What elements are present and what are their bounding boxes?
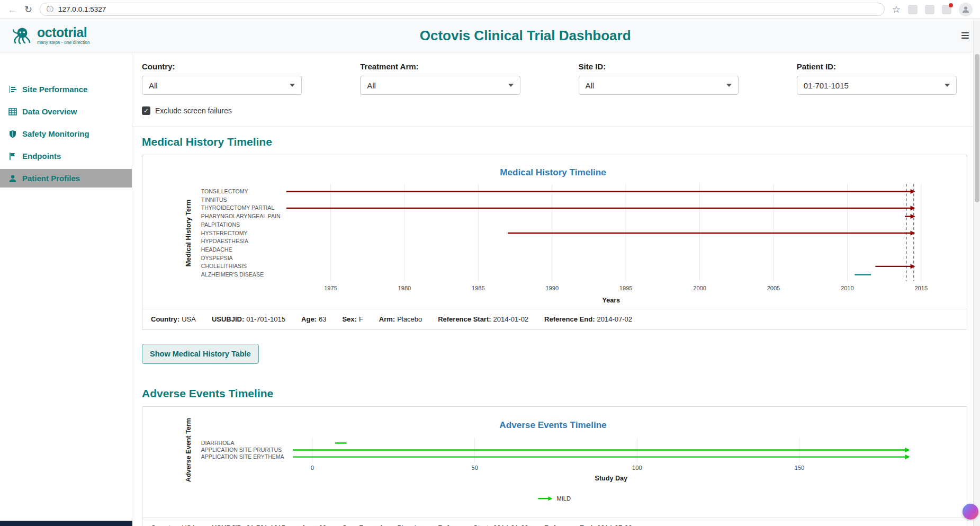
filters-row: Country: All Treatment Arm: All Site ID:… xyxy=(142,62,967,95)
notification-dot xyxy=(949,3,953,7)
treatment-arm-select[interactable]: All xyxy=(360,76,520,95)
patient-arm: Arm:Placebo xyxy=(379,524,422,526)
chevron-down-icon xyxy=(945,84,950,87)
patient-ref-end-value: 2014-07-02 xyxy=(597,315,632,323)
medical-history-panel: 197519801985199019952000200520102015Medi… xyxy=(142,155,967,330)
patient-usubjid-label: USUBJID: xyxy=(212,315,244,323)
patient-arm-label: Arm: xyxy=(379,315,395,323)
patient-arm-label: Arm: xyxy=(379,524,395,526)
content: Site Performance Data Overview Safety Mo… xyxy=(0,52,980,526)
sidebar-item-patient-profiles[interactable]: Patient Profiles xyxy=(0,169,132,188)
exclude-screen-failures-checkbox[interactable]: ✓ xyxy=(142,106,150,115)
svg-text:APPLICATION SITE PRURITUS: APPLICATION SITE PRURITUS xyxy=(201,447,282,453)
person-icon xyxy=(961,5,970,14)
patient-info-row: Country:USA USUBJID:01-701-1015 Age:63 S… xyxy=(142,518,967,526)
patient-age: Age:63 xyxy=(301,315,326,323)
sidebar-item-data-overview[interactable]: Data Overview xyxy=(0,102,132,121)
svg-text:DIARRHOEA: DIARRHOEA xyxy=(201,440,235,446)
patient-arm-value: Placebo xyxy=(397,315,422,323)
page: { "browser": { "url": "127.0.0.1:5327", … xyxy=(0,0,980,526)
chevron-down-icon xyxy=(508,84,514,87)
svg-text:TONSILLECTOMY: TONSILLECTOMY xyxy=(201,188,248,194)
sidebar-item-label: Patient Profiles xyxy=(22,174,80,183)
patient-country: Country:USA xyxy=(151,524,196,526)
chart-icon xyxy=(8,85,17,94)
patient-country-value: USA xyxy=(182,315,196,323)
patient-age-label: Age: xyxy=(301,315,317,323)
logo-tagline: many steps - one direction xyxy=(37,40,90,45)
sidebar-item-safety-monitoring[interactable]: Safety Monitoring xyxy=(0,124,132,143)
patient-sex-label: Sex: xyxy=(342,524,356,526)
country-select[interactable]: All xyxy=(142,76,302,95)
scrollbar-thumb[interactable] xyxy=(975,54,979,202)
bookmark-star-icon[interactable]: ☆ xyxy=(892,5,901,14)
patient-ref-start: Reference Start:2014-01-02 xyxy=(438,524,528,526)
site-id-select[interactable]: All xyxy=(579,76,739,95)
extension-icon[interactable] xyxy=(925,5,934,14)
svg-text:PHARYNGOLARYNGEAL PAIN: PHARYNGOLARYNGEAL PAIN xyxy=(201,213,281,219)
patient-sex-label: Sex: xyxy=(342,315,356,323)
site-id-label: Site ID: xyxy=(579,62,739,71)
patient-sex-value: F xyxy=(359,524,363,526)
browser-chrome: ← ↻ ⓘ 127.0.0.1:5327 ☆ xyxy=(0,0,980,19)
svg-text:1980: 1980 xyxy=(398,285,411,291)
svg-text:HYSTERECTOMY: HYSTERECTOMY xyxy=(201,230,248,236)
svg-text:2015: 2015 xyxy=(914,285,928,291)
svg-text:HYPOAESTHESIA: HYPOAESTHESIA xyxy=(201,238,249,244)
show-medical-history-table-button[interactable]: Show Medical History Table xyxy=(142,344,259,364)
info-icon[interactable]: ⓘ xyxy=(47,5,53,14)
svg-text:50: 50 xyxy=(472,465,478,471)
floating-extension-badge[interactable] xyxy=(963,504,978,520)
exclude-screen-failures-row: ✓ Exclude screen failures xyxy=(142,106,967,115)
svg-text:THYROIDECTOMY PARTIAL: THYROIDECTOMY PARTIAL xyxy=(201,204,274,211)
patient-usubjid: USUBJID:01-701-1015 xyxy=(212,315,285,323)
patient-info-row: Country:USA USUBJID:01-701-1015 Age:63 S… xyxy=(142,309,967,329)
patient-country: Country:USA xyxy=(151,315,196,323)
patient-ref-end: Reference End:2014-07-02 xyxy=(544,524,632,526)
svg-text:Study Day: Study Day xyxy=(595,475,628,482)
extension-icon[interactable] xyxy=(908,5,918,14)
svg-text:CHOLELITHIASIS: CHOLELITHIASIS xyxy=(201,263,247,269)
svg-text:TINNITUS: TINNITUS xyxy=(201,197,227,203)
patient-ref-start: Reference Start:2014-01-02 xyxy=(438,315,528,323)
sidebar: Site Performance Data Overview Safety Mo… xyxy=(0,52,132,526)
divider xyxy=(132,127,980,127)
patient-sex-value: F xyxy=(359,315,363,323)
patient-ref-end-value: 2014-07-02 xyxy=(597,524,632,526)
patient-age-value: 63 xyxy=(319,315,326,323)
hamburger-menu-icon[interactable]: ≡ xyxy=(961,28,969,43)
patient-usubjid-value: 01-701-1015 xyxy=(246,524,285,526)
back-icon[interactable]: ← xyxy=(7,5,17,14)
sidebar-item-endpoints[interactable]: Endpoints xyxy=(0,147,132,165)
adverse-events-chart[interactable]: 050100150Adverse Events TimelineDIARRHOE… xyxy=(142,407,967,518)
svg-text:1995: 1995 xyxy=(619,285,633,291)
profile-avatar[interactable] xyxy=(959,3,973,16)
patient-ref-start-label: Reference Start: xyxy=(438,524,491,526)
country-select-value: All xyxy=(149,81,158,90)
filter-site-id: Site ID: All xyxy=(579,62,739,95)
svg-text:Adverse Event Term: Adverse Event Term xyxy=(185,418,192,482)
svg-text:150: 150 xyxy=(795,465,804,471)
patient-usubjid-value: 01-701-1015 xyxy=(246,315,285,323)
patient-ref-start-value: 2014-01-02 xyxy=(493,315,529,323)
shield-icon xyxy=(8,130,17,138)
svg-text:Adverse Events Timeline: Adverse Events Timeline xyxy=(499,420,606,430)
svg-text:1990: 1990 xyxy=(545,285,559,291)
patient-ref-end-label: Reference End: xyxy=(544,524,595,526)
treatment-arm-label: Treatment Arm: xyxy=(360,62,520,71)
url-bar[interactable]: ⓘ 127.0.0.1:5327 xyxy=(40,3,885,16)
svg-text:100: 100 xyxy=(632,465,642,471)
svg-text:Medical History Timeline: Medical History Timeline xyxy=(500,167,606,177)
page-scrollbar[interactable] xyxy=(973,19,980,526)
url-text[interactable]: 127.0.0.1:5327 xyxy=(58,5,106,13)
extension-badged-icon[interactable] xyxy=(942,5,951,14)
medical-history-chart[interactable]: 197519801985199019952000200520102015Medi… xyxy=(142,155,967,309)
site-id-select-value: All xyxy=(586,81,595,90)
sidebar-item-site-performance[interactable]: Site Performance xyxy=(0,80,132,99)
refresh-icon[interactable]: ↻ xyxy=(24,5,32,14)
app-header: octotrial many steps - one direction Oct… xyxy=(0,19,980,52)
patient-id-select[interactable]: 01-701-1015 xyxy=(797,76,957,95)
patient-country-label: Country: xyxy=(151,524,179,526)
filter-patient-id: Patient ID: 01-701-1015 xyxy=(797,62,957,95)
flag-icon xyxy=(8,152,17,161)
